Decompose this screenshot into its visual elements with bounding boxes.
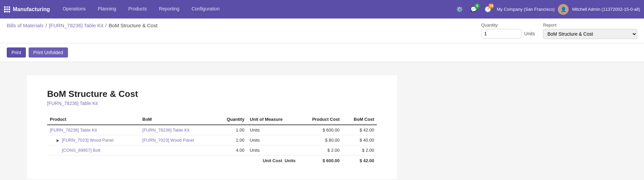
row1-bom: [FURN_78236] Table Kit (140, 125, 216, 135)
main-menu: Operations Planning Products Reporting C… (57, 0, 453, 19)
col-header-quantity: Quantity (216, 114, 247, 125)
report-container: BoM Structure & Cost [FURN_78236] Table … (27, 75, 397, 179)
breadcrumb-sep-1: / (45, 23, 47, 28)
row3-product-link[interactable]: [CONS_89957] Bolt (62, 148, 100, 153)
nav-item-reporting[interactable]: Reporting (153, 0, 185, 19)
row3-uom: Units (247, 145, 298, 155)
col-header-uom: Unit of Measure (247, 114, 298, 125)
row3-bom-cost: $ 2.00 (342, 145, 377, 155)
row3-product: [CONS_89957] Bolt (47, 145, 140, 155)
activity-badge: 19 (488, 3, 494, 9)
breadcrumb-sep-2: / (105, 23, 107, 28)
table-row: [FURN_78236] Table Kit [FURN_78236] Tabl… (47, 125, 377, 135)
quantity-input[interactable] (481, 29, 522, 38)
quantity-label: Quantity: (481, 23, 535, 28)
row2-bom-cost: $ 40.00 (342, 135, 377, 145)
report-group: Report: BoM Structure & Cost (543, 23, 637, 39)
print-unfolded-button[interactable]: Print Unfolded (29, 47, 68, 58)
app-name: Manufacturing (13, 6, 50, 12)
table-row: ▶ [FURN_7023] Wood Panel [FURN_7023] Woo… (47, 135, 377, 145)
quantity-group: Quantity: Units (481, 23, 535, 38)
row3-qty: 4.00 (216, 145, 247, 155)
col-header-bom-cost: BoM Cost (342, 114, 377, 125)
expand-arrow-icon[interactable]: ▶ (57, 138, 59, 143)
settings-icon-btn[interactable]: ⚙️ (454, 4, 465, 15)
row2-product: ▶ [FURN_7023] Wood Panel (47, 135, 140, 145)
col-header-bom: BoM (140, 114, 216, 125)
subtotal-product-cost: $ 600.00 (298, 155, 342, 166)
breadcrumb-current: BoM Structure & Cost (109, 23, 157, 28)
chat-icon-btn[interactable]: 💬 6 (468, 4, 479, 15)
nav-item-planning[interactable]: Planning (92, 0, 122, 19)
row2-qty: 1.00 (216, 135, 247, 145)
company-name[interactable]: My Company (San Francisco) (497, 7, 554, 12)
subheader-controls: Quantity: Units Report: BoM Structure & … (481, 23, 637, 39)
report-label: Report: (543, 23, 637, 28)
subtotal-row: Unit Cost Units $ 600.00 $ 42.00 (47, 155, 377, 166)
nav-item-configuration[interactable]: Configuration (185, 0, 225, 19)
row2-uom: Units (247, 135, 298, 145)
top-navigation: Manufacturing Operations Planning Produc… (0, 0, 644, 19)
nav-item-operations[interactable]: Operations (57, 0, 92, 19)
row1-bom-link[interactable]: [FURN_78236] Table Kit (142, 128, 189, 133)
user-avatar[interactable]: 👤 (558, 4, 569, 15)
actions-bar: Print Print Unfolded (0, 43, 644, 62)
subheader: Bills of Materials / [FURN_78236] Table … (0, 19, 644, 43)
breadcrumb: Bills of Materials / [FURN_78236] Table … (7, 23, 157, 28)
subtotal-label: Unit Cost Units (247, 155, 298, 166)
report-subtitle: [FURN_78236] Table Kit (47, 101, 377, 106)
breadcrumb-bom[interactable]: Bills of Materials (7, 23, 43, 28)
row3-product-cost: $ 2.00 (298, 145, 342, 155)
row1-qty: 1.00 (216, 125, 247, 135)
row2-product-link[interactable]: [FURN_7023] Wood Panel (62, 138, 114, 143)
bom-table: Product BoM Quantity Unit of Measure Pro… (47, 114, 377, 166)
col-header-product: Product (47, 114, 140, 125)
table-header-row: Product BoM Quantity Unit of Measure Pro… (47, 114, 377, 125)
print-button[interactable]: Print (7, 47, 26, 58)
row1-product-cost: $ 600.00 (298, 125, 342, 135)
units-label: Units (524, 31, 535, 36)
report-select[interactable]: BoM Structure & Cost (543, 29, 637, 39)
report-title: BoM Structure & Cost (47, 89, 377, 99)
subtotal-empty-3 (216, 155, 247, 166)
row2-bom: [FURN_7023] Wood Panel (140, 135, 216, 145)
main-content: BoM Structure & Cost [FURN_78236] Table … (0, 62, 644, 180)
col-header-product-cost: Product Cost (298, 114, 342, 125)
chat-badge: 6 (474, 3, 480, 9)
row1-bom-cost: $ 42.00 (342, 125, 377, 135)
subtotal-bom-cost: $ 42.00 (342, 155, 377, 166)
row1-product-link[interactable]: [FURN_78236] Table Kit (50, 128, 97, 133)
user-name[interactable]: Mitchell Admin (11372002-15-0-all) (572, 7, 640, 12)
row3-bom (140, 145, 216, 155)
top-right-controls: ⚙️ 💬 6 🕐 19 My Company (San Francisco) 👤… (454, 4, 640, 15)
subtotal-empty-1 (47, 155, 140, 166)
breadcrumb-product[interactable]: [FURN_78236] Table Kit (49, 23, 103, 28)
apps-icon (4, 6, 10, 12)
row2-bom-link[interactable]: [FURN_7023] Wood Panel (142, 138, 194, 143)
quantity-row: Units (481, 29, 535, 38)
row1-product: [FURN_78236] Table Kit (47, 125, 140, 135)
subtotal-empty-2 (140, 155, 216, 166)
row1-uom: Units (247, 125, 298, 135)
app-logo[interactable]: Manufacturing (4, 6, 50, 12)
nav-item-products[interactable]: Products (122, 0, 153, 19)
activity-icon-btn[interactable]: 🕐 19 (482, 4, 493, 15)
row2-product-cost: $ 80.00 (298, 135, 342, 145)
table-row: [CONS_89957] Bolt 4.00 Units $ 2.00 $ 2.… (47, 145, 377, 155)
